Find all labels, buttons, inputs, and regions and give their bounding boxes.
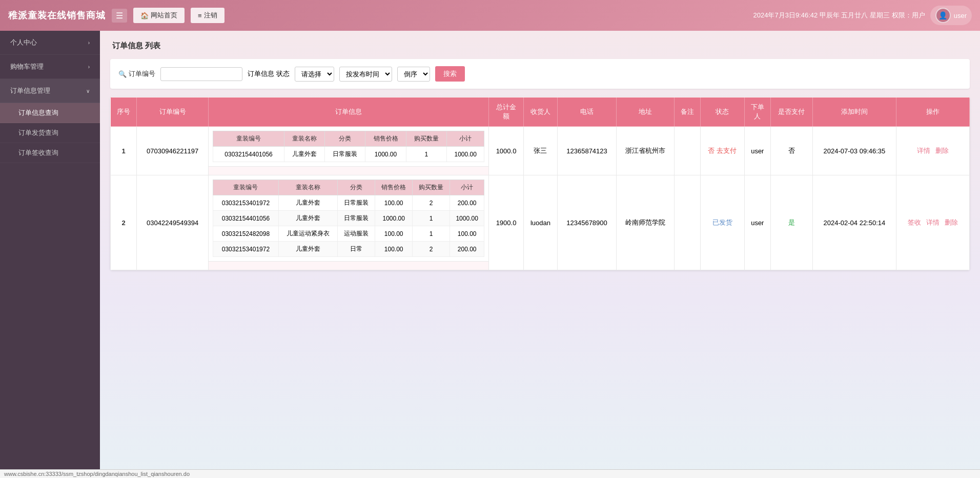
sub-cell-price: 1000.00 — [365, 147, 406, 162]
sidebar-item-label: 个人中心 — [10, 38, 37, 47]
cell-total: 1000.0 — [489, 127, 523, 175]
search-icon-label: 🔍 订单编号 — [118, 69, 155, 78]
sub-table-row: 03032153401972 儿童外套 日常 100.00 2 200.00 — [213, 242, 484, 257]
sub-col-subtotal: 小计 — [447, 131, 484, 147]
sidebar-sub-label: 订单发货查询 — [18, 129, 58, 136]
header-right: 2024年7月3日9:46:42 甲辰年 五月廿八 星期三 权限：用户 👤 us… — [753, 6, 972, 25]
chevron-right-icon: › — [88, 40, 90, 46]
search-icon: 🔍 — [118, 70, 127, 78]
table-row: 2 03042249549394 童装编号 童装名称 分类 销售价格 — [111, 175, 970, 262]
sub-col-price: 销售价格 — [365, 131, 406, 147]
cell-remark — [674, 175, 700, 270]
sub-cell-name: 儿童外套 — [278, 195, 338, 211]
col-paid: 是否支付 — [770, 97, 812, 127]
sub-cell-cat: 日常 — [338, 242, 375, 257]
status-badge: 已发货 — [712, 218, 732, 226]
sub-col-code: 童装编号 — [213, 131, 284, 147]
sub-table: 童装编号 童装名称 分类 销售价格 购买数量 小计 — [213, 131, 484, 162]
cell-order-no: 07030946221197 — [137, 127, 209, 175]
col-num: 序号 — [111, 97, 137, 127]
sub-cell-name: 儿童外套 — [278, 211, 338, 226]
sub-cell-name: 儿童运动紧身衣 — [278, 226, 338, 242]
cell-remark — [674, 127, 700, 175]
sub-col-qty: 购买数量 — [406, 131, 446, 147]
cell-orderer: user — [744, 175, 770, 270]
cell-num: 2 — [111, 175, 137, 270]
sidebar-item-label: 订单信息管理 — [10, 86, 50, 95]
page-title: 订单信息 列表 — [110, 41, 970, 51]
sort-select[interactable]: 按发布时间 按金额 — [339, 67, 392, 82]
order-select[interactable]: 倒序 正序 — [397, 67, 430, 82]
sub-header-row: 童装编号 童装名称 分类 销售价格 购买数量 小计 — [213, 131, 484, 147]
chevron-down-icon: ∨ — [86, 88, 90, 94]
main-layout: 个人中心 › 购物车管理 › 订单信息管理 ∨ 订单信息查询 订单发货查询 订单… — [0, 31, 980, 478]
delete-link[interactable]: 删除 — [945, 218, 958, 226]
sub-cell-name: 儿童外套 — [278, 242, 338, 257]
col-order-no: 订单编号 — [137, 97, 209, 127]
sign-link[interactable]: 签收 — [908, 218, 921, 226]
home-icon: 🏠 — [140, 12, 149, 19]
sub-cell-cat: 日常服装 — [338, 195, 375, 211]
sidebar-item-order-receipt[interactable]: 订单签收查询 — [0, 143, 100, 163]
sub-cell-code: 03032153401972 — [213, 242, 278, 257]
cell-actions: 签收 详情 删除 — [896, 175, 970, 270]
logout-button[interactable]: ≡ 注销 — [191, 8, 224, 23]
cell-orderer: user — [744, 127, 770, 175]
sub-col-subtotal: 小计 — [450, 180, 484, 195]
sidebar-item-order-query[interactable]: 订单信息查询 — [0, 103, 100, 123]
sub-cell-cat: 运动服装 — [338, 226, 375, 242]
sub-col-name: 童装名称 — [284, 131, 324, 147]
sidebar-item-order-management[interactable]: 订单信息管理 ∨ — [0, 79, 100, 103]
order-number-input[interactable] — [160, 67, 242, 81]
cell-order-info: 童装编号 童装名称 分类 销售价格 购买数量 小计 — [209, 175, 489, 262]
sub-table-row: 03032154401056 儿童外套 日常服装 1000.00 1 1000.… — [213, 211, 484, 226]
order-table-container: 序号 订单编号 订单信息 总计金额 收货人 电话 地址 备注 状态 下单人 是否… — [110, 97, 970, 270]
sub-cell-subtotal: 1000.00 — [447, 147, 484, 162]
col-remark: 备注 — [674, 97, 700, 127]
sidebar-item-personal-center[interactable]: 个人中心 › — [0, 31, 100, 55]
cell-phone: 12345678900 — [558, 175, 617, 270]
col-addtime: 添加时间 — [812, 97, 896, 127]
cell-extra — [209, 167, 489, 175]
cell-extra — [209, 262, 489, 270]
detail-link[interactable]: 详情 — [926, 218, 940, 226]
detail-link[interactable]: 详情 — [917, 147, 930, 154]
sub-cell-qty: 1 — [413, 226, 450, 242]
search-button[interactable]: 搜索 — [435, 66, 465, 82]
sub-cell-qty: 1 — [413, 211, 450, 226]
col-address: 地址 — [616, 97, 674, 127]
header: 稚派童装在线销售商城 ☰ 🏠 网站首页 ≡ 注销 2024年7月3日9:46:4… — [0, 0, 980, 31]
app-title: 稚派童装在线销售商城 — [8, 9, 106, 22]
sidebar-sub-label: 订单签收查询 — [18, 149, 58, 156]
cell-status: 否 去支付 — [700, 127, 744, 175]
logout-icon: ≡ — [198, 12, 202, 19]
cell-total: 1900.0 — [489, 175, 523, 270]
sub-cell-qty: 2 — [413, 242, 450, 257]
sub-col-name: 童装名称 — [278, 180, 338, 195]
delete-link[interactable]: 删除 — [935, 147, 949, 154]
status-label: 订单信息 状态 — [248, 69, 290, 78]
status-select[interactable]: 请选择 待付款 已付款 已发货 已签收 — [295, 67, 334, 82]
col-total: 总计金额 — [489, 97, 523, 127]
order-table: 序号 订单编号 订单信息 总计金额 收货人 电话 地址 备注 状态 下单人 是否… — [110, 97, 970, 270]
col-orderer: 下单人 — [744, 97, 770, 127]
col-order-info: 订单信息 — [209, 97, 489, 127]
cell-addtime: 2024-07-03 09:46:35 — [812, 127, 896, 175]
sub-cell-cat: 日常服装 — [338, 211, 375, 226]
sidebar-sub-label: 订单信息查询 — [18, 109, 58, 116]
status-bar: www.csbishe.cn:33333/ssm_tzshop/dingdanq… — [100, 469, 980, 478]
sidebar-item-order-shipment[interactable]: 订单发货查询 — [0, 123, 100, 143]
sub-col-price: 销售价格 — [375, 180, 413, 195]
home-button[interactable]: 🏠 网站首页 — [133, 8, 185, 23]
cell-receiver: luodan — [523, 175, 558, 270]
menu-toggle-button[interactable]: ☰ — [112, 9, 127, 23]
menu-icon: ☰ — [116, 11, 123, 20]
sub-table-row: 03032152482098 儿童运动紧身衣 运动服装 100.00 1 100… — [213, 226, 484, 242]
col-receiver: 收货人 — [523, 97, 558, 127]
col-action: 操作 — [896, 97, 970, 127]
sub-cell-price: 1000.00 — [375, 211, 413, 226]
chevron-right-icon: › — [88, 64, 90, 70]
sidebar-item-cart[interactable]: 购物车管理 › — [0, 55, 100, 79]
cell-paid: 否 — [770, 127, 812, 175]
datetime-display: 2024年7月3日9:46:42 甲辰年 五月廿八 星期三 权限：用户 — [753, 11, 925, 20]
